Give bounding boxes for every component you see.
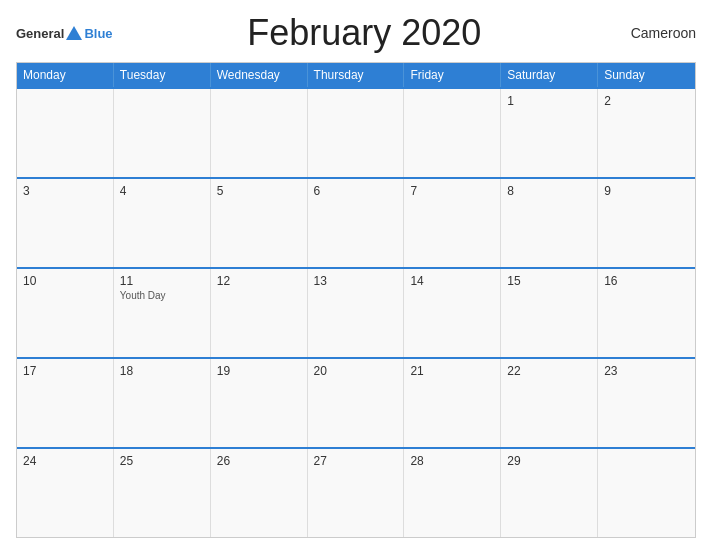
calendar-cell-w3-d7: 16 [598, 269, 695, 357]
calendar-header: General Blue February 2020 Cameroon [16, 12, 696, 54]
calendar-week-5: 242526272829 [17, 447, 695, 537]
day-number: 7 [410, 184, 494, 198]
logo-general-text: General [16, 26, 64, 41]
calendar-week-4: 17181920212223 [17, 357, 695, 447]
calendar-cell-w3-d5: 14 [404, 269, 501, 357]
calendar-cell-w1-d5 [404, 89, 501, 177]
day-number: 8 [507, 184, 591, 198]
header-friday: Friday [404, 63, 501, 87]
day-number: 15 [507, 274, 591, 288]
day-number: 12 [217, 274, 301, 288]
calendar-cell-w5-d2: 25 [114, 449, 211, 537]
calendar-cell-w5-d4: 27 [308, 449, 405, 537]
day-number: 6 [314, 184, 398, 198]
calendar-cell-w5-d3: 26 [211, 449, 308, 537]
calendar-cell-w3-d3: 12 [211, 269, 308, 357]
calendar-cell-w5-d7 [598, 449, 695, 537]
calendar-cell-w4-d4: 20 [308, 359, 405, 447]
calendar-week-3: 1011Youth Day1213141516 [17, 267, 695, 357]
day-number: 17 [23, 364, 107, 378]
logo-blue-text: Blue [84, 26, 112, 41]
logo: General Blue [16, 26, 113, 41]
calendar-cell-w4-d3: 19 [211, 359, 308, 447]
header-saturday: Saturday [501, 63, 598, 87]
month-title: February 2020 [113, 12, 616, 54]
day-number: 2 [604, 94, 689, 108]
header-sunday: Sunday [598, 63, 695, 87]
calendar: Monday Tuesday Wednesday Thursday Friday… [16, 62, 696, 538]
day-number: 19 [217, 364, 301, 378]
day-number: 24 [23, 454, 107, 468]
day-number: 9 [604, 184, 689, 198]
calendar-cell-w3-d6: 15 [501, 269, 598, 357]
calendar-cell-w2-d1: 3 [17, 179, 114, 267]
calendar-week-1: 12 [17, 87, 695, 177]
day-number: 5 [217, 184, 301, 198]
day-number: 14 [410, 274, 494, 288]
day-number: 20 [314, 364, 398, 378]
page: General Blue February 2020 Cameroon Mond… [0, 0, 712, 550]
logo-triangle-icon [66, 26, 82, 40]
day-number: 16 [604, 274, 689, 288]
calendar-cell-w1-d6: 1 [501, 89, 598, 177]
header-wednesday: Wednesday [211, 63, 308, 87]
calendar-cell-w2-d6: 8 [501, 179, 598, 267]
calendar-days-header: Monday Tuesday Wednesday Thursday Friday… [17, 63, 695, 87]
day-number: 23 [604, 364, 689, 378]
day-number: 18 [120, 364, 204, 378]
day-number: 22 [507, 364, 591, 378]
calendar-cell-w3-d2: 11Youth Day [114, 269, 211, 357]
calendar-cell-w1-d4 [308, 89, 405, 177]
calendar-cell-w5-d5: 28 [404, 449, 501, 537]
calendar-cell-w3-d4: 13 [308, 269, 405, 357]
day-number: 10 [23, 274, 107, 288]
day-number: 1 [507, 94, 591, 108]
day-number: 4 [120, 184, 204, 198]
day-number: 3 [23, 184, 107, 198]
calendar-cell-w1-d2 [114, 89, 211, 177]
header-thursday: Thursday [308, 63, 405, 87]
day-number: 26 [217, 454, 301, 468]
calendar-cell-w4-d7: 23 [598, 359, 695, 447]
day-number: 21 [410, 364, 494, 378]
calendar-cell-w4-d1: 17 [17, 359, 114, 447]
day-number: 28 [410, 454, 494, 468]
holiday-label: Youth Day [120, 290, 204, 301]
calendar-cell-w4-d2: 18 [114, 359, 211, 447]
day-number: 25 [120, 454, 204, 468]
calendar-cell-w2-d4: 6 [308, 179, 405, 267]
day-number: 11 [120, 274, 204, 288]
country-label: Cameroon [616, 25, 696, 41]
calendar-cell-w2-d7: 9 [598, 179, 695, 267]
calendar-cell-w5-d6: 29 [501, 449, 598, 537]
calendar-cell-w5-d1: 24 [17, 449, 114, 537]
calendar-cell-w4-d5: 21 [404, 359, 501, 447]
calendar-cell-w4-d6: 22 [501, 359, 598, 447]
day-number: 29 [507, 454, 591, 468]
calendar-cell-w2-d2: 4 [114, 179, 211, 267]
day-number: 27 [314, 454, 398, 468]
calendar-week-2: 3456789 [17, 177, 695, 267]
calendar-cell-w1-d7: 2 [598, 89, 695, 177]
day-number: 13 [314, 274, 398, 288]
calendar-cell-w1-d3 [211, 89, 308, 177]
calendar-cell-w2-d3: 5 [211, 179, 308, 267]
header-monday: Monday [17, 63, 114, 87]
calendar-body: 1234567891011Youth Day121314151617181920… [17, 87, 695, 537]
calendar-cell-w2-d5: 7 [404, 179, 501, 267]
header-tuesday: Tuesday [114, 63, 211, 87]
calendar-cell-w3-d1: 10 [17, 269, 114, 357]
calendar-cell-w1-d1 [17, 89, 114, 177]
